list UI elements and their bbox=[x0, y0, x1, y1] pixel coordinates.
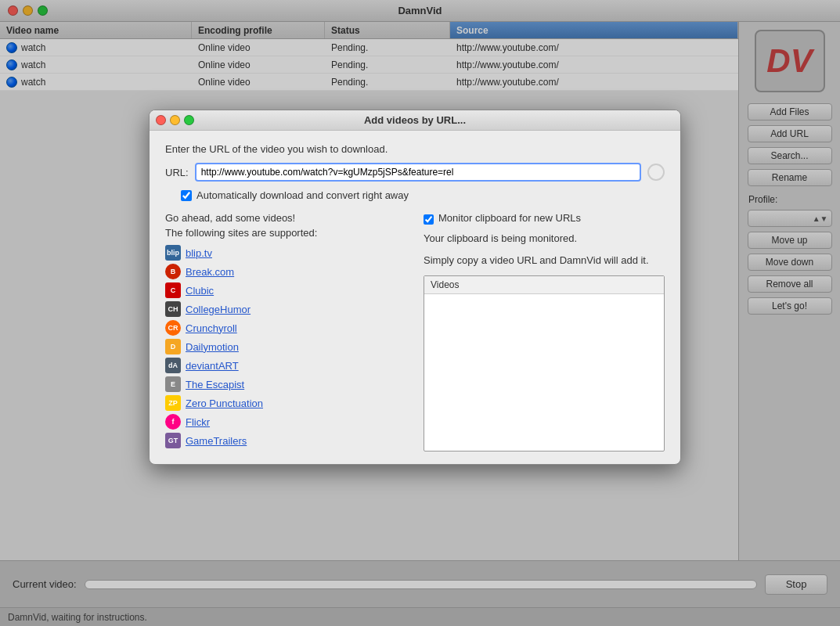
blip-icon: blip bbox=[165, 245, 181, 261]
site-item-escapist[interactable]: E The Escapist bbox=[165, 376, 416, 392]
site-link-college[interactable]: CollegeHumor bbox=[186, 304, 251, 315]
clipboard-cb-row: Monitor clipboard for new URLs bbox=[424, 212, 665, 227]
videos-list[interactable]: Videos bbox=[424, 275, 665, 452]
site-item-crunchyroll[interactable]: CR Crunchyroll bbox=[165, 320, 416, 336]
clubic-icon: C bbox=[165, 282, 181, 298]
site-item-college[interactable]: CH CollegeHumor bbox=[165, 301, 416, 317]
sites-column: Go ahead, add some videos! The following… bbox=[165, 212, 424, 452]
site-link-gametrailers[interactable]: GameTrailers bbox=[186, 435, 247, 447]
modal-close-button[interactable] bbox=[156, 115, 166, 125]
site-item-flickr[interactable]: f Flickr bbox=[165, 414, 416, 430]
url-input[interactable] bbox=[195, 163, 641, 182]
modal-minimize-button[interactable] bbox=[170, 115, 180, 125]
site-link-deviantart[interactable]: deviantART bbox=[186, 360, 239, 372]
dailymotion-icon: D bbox=[165, 339, 181, 354]
clipboard-monitored-text: Your clipboard is being monitored. bbox=[424, 232, 665, 246]
clipboard-column: Monitor clipboard for new URLs Your clip… bbox=[424, 212, 665, 452]
auto-download-checkbox[interactable] bbox=[181, 190, 192, 201]
url-label: URL: bbox=[165, 167, 189, 178]
modal-title: Add videos by URL... bbox=[364, 114, 466, 126]
modal-description: Enter the URL of the video you wish to d… bbox=[165, 143, 665, 155]
site-link-dailymotion[interactable]: Dailymotion bbox=[186, 341, 239, 353]
sites-header: Go ahead, add some videos! bbox=[165, 212, 416, 224]
sites-subheader: The following sites are supported: bbox=[165, 227, 416, 239]
site-link-flickr[interactable]: Flickr bbox=[186, 416, 210, 428]
auto-download-label: Automatically download and convert right… bbox=[196, 189, 409, 201]
site-item-dailymotion[interactable]: D Dailymotion bbox=[165, 339, 416, 354]
gametrailers-icon: GT bbox=[165, 433, 181, 448]
loading-spinner bbox=[647, 164, 665, 181]
modal-maximize-button[interactable] bbox=[184, 115, 194, 125]
break-icon: B bbox=[165, 264, 181, 279]
flickr-icon: f bbox=[165, 414, 181, 430]
site-item-clubic[interactable]: C Clubic bbox=[165, 282, 416, 298]
monitor-clipboard-checkbox[interactable] bbox=[424, 214, 434, 225]
auto-download-row: Automatically download and convert right… bbox=[165, 189, 665, 201]
site-link-crunchyroll[interactable]: Crunchyroll bbox=[186, 322, 237, 334]
clipboard-instruction-text: Simply copy a video URL and DamnVid will… bbox=[424, 254, 665, 268]
crunchyroll-icon: CR bbox=[165, 320, 181, 336]
modal-window-controls[interactable] bbox=[156, 115, 194, 125]
deviantart-icon: dA bbox=[165, 358, 181, 373]
site-item-gametrailers[interactable]: GT GameTrailers bbox=[165, 433, 416, 448]
modal-body: Enter the URL of the video you wish to d… bbox=[150, 131, 680, 464]
videos-list-header: Videos bbox=[424, 276, 664, 294]
site-link-clubic[interactable]: Clubic bbox=[186, 285, 214, 297]
modal-columns: Go ahead, add some videos! The following… bbox=[165, 212, 665, 452]
escapist-icon: E bbox=[165, 376, 181, 392]
site-item-zeropunct[interactable]: ZP Zero Punctuation bbox=[165, 395, 416, 411]
modal-titlebar: Add videos by URL... bbox=[150, 110, 680, 131]
site-link-zeropunct[interactable]: Zero Punctuation bbox=[186, 398, 263, 409]
zeropunct-icon: ZP bbox=[165, 395, 181, 411]
modal-overlay: Add videos by URL... Enter the URL of th… bbox=[0, 0, 840, 626]
monitor-clipboard-label: Monitor clipboard for new URLs bbox=[438, 212, 581, 224]
site-item-blip[interactable]: blip blip.tv bbox=[165, 245, 416, 261]
site-item-break[interactable]: B Break.com bbox=[165, 264, 416, 279]
site-link-blip[interactable]: blip.tv bbox=[186, 247, 212, 259]
site-link-break[interactable]: Break.com bbox=[186, 266, 234, 278]
site-link-escapist[interactable]: The Escapist bbox=[186, 379, 244, 390]
url-row: URL: bbox=[165, 163, 665, 182]
college-icon: CH bbox=[165, 301, 181, 317]
site-item-deviantart[interactable]: dA deviantART bbox=[165, 358, 416, 373]
add-url-modal: Add videos by URL... Enter the URL of th… bbox=[149, 110, 681, 465]
